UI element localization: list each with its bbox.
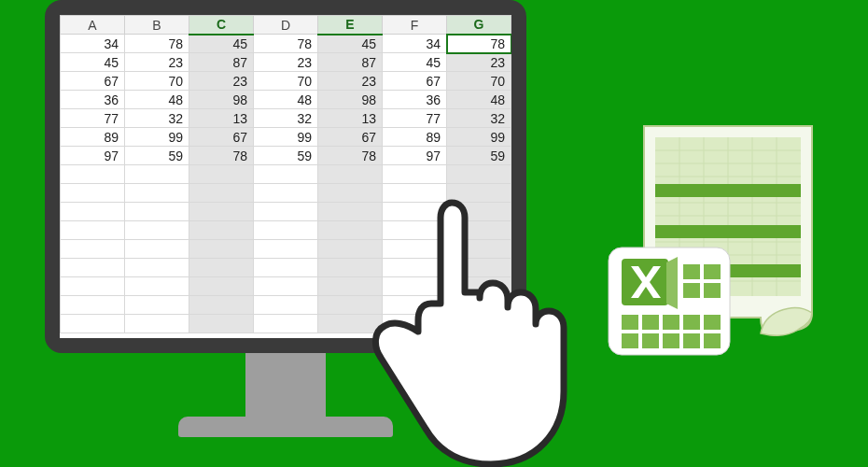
cell-c-13[interactable] bbox=[189, 259, 254, 277]
cell-f-16[interactable] bbox=[383, 315, 447, 333]
cell-f-5[interactable]: 77 bbox=[383, 109, 447, 128]
cell-a-4[interactable]: 36 bbox=[61, 91, 125, 109]
cell-f-7[interactable]: 97 bbox=[383, 147, 447, 165]
cell-c-14[interactable] bbox=[189, 277, 254, 296]
cell-d-12[interactable] bbox=[254, 240, 318, 259]
cell-d-15[interactable] bbox=[254, 296, 318, 315]
cell-c-11[interactable] bbox=[189, 221, 254, 240]
table-row[interactable]: 45238723874523 bbox=[61, 53, 511, 72]
cell-d-6[interactable]: 99 bbox=[254, 128, 318, 147]
cell-b-2[interactable]: 23 bbox=[125, 53, 189, 72]
cell-g-12[interactable] bbox=[447, 240, 511, 259]
cell-g-3[interactable]: 70 bbox=[447, 72, 511, 91]
cell-b-12[interactable] bbox=[125, 240, 189, 259]
cell-f-11[interactable] bbox=[383, 221, 447, 240]
cell-g-4[interactable]: 48 bbox=[447, 91, 511, 109]
cell-c-16[interactable] bbox=[189, 315, 254, 333]
cell-g-14[interactable] bbox=[447, 277, 511, 296]
cell-g-16[interactable] bbox=[447, 315, 511, 333]
cell-e-7[interactable]: 78 bbox=[318, 147, 383, 165]
cell-c-10[interactable] bbox=[189, 203, 254, 221]
cell-c-12[interactable] bbox=[189, 240, 254, 259]
cell-g-9[interactable] bbox=[447, 184, 511, 203]
cell-e-5[interactable]: 13 bbox=[318, 109, 383, 128]
cell-g-8[interactable] bbox=[447, 165, 511, 184]
cell-a-3[interactable]: 67 bbox=[61, 72, 125, 91]
column-header-row[interactable]: ABCDEFG bbox=[61, 16, 511, 35]
cell-e-14[interactable] bbox=[318, 277, 383, 296]
cell-a-11[interactable] bbox=[61, 221, 125, 240]
cell-b-5[interactable]: 32 bbox=[125, 109, 189, 128]
cell-g-6[interactable]: 99 bbox=[447, 128, 511, 147]
table-row[interactable] bbox=[61, 240, 511, 259]
cell-f-12[interactable] bbox=[383, 240, 447, 259]
cell-a-9[interactable] bbox=[61, 184, 125, 203]
table-row[interactable] bbox=[61, 259, 511, 277]
table-row[interactable]: 97597859789759 bbox=[61, 147, 511, 165]
cell-f-6[interactable]: 89 bbox=[383, 128, 447, 147]
cell-c-7[interactable]: 78 bbox=[189, 147, 254, 165]
cell-c-9[interactable] bbox=[189, 184, 254, 203]
cell-g-11[interactable] bbox=[447, 221, 511, 240]
cell-a-15[interactable] bbox=[61, 296, 125, 315]
cell-g-15[interactable] bbox=[447, 296, 511, 315]
column-header-g[interactable]: G bbox=[447, 16, 511, 35]
cell-f-1[interactable]: 34 bbox=[383, 35, 447, 53]
cell-c-5[interactable]: 13 bbox=[189, 109, 254, 128]
cell-e-16[interactable] bbox=[318, 315, 383, 333]
cell-d-14[interactable] bbox=[254, 277, 318, 296]
cell-a-12[interactable] bbox=[61, 240, 125, 259]
cell-f-15[interactable] bbox=[383, 296, 447, 315]
cell-f-14[interactable] bbox=[383, 277, 447, 296]
cell-d-2[interactable]: 23 bbox=[254, 53, 318, 72]
cell-b-14[interactable] bbox=[125, 277, 189, 296]
cell-b-6[interactable]: 99 bbox=[125, 128, 189, 147]
cell-f-10[interactable] bbox=[383, 203, 447, 221]
cell-b-15[interactable] bbox=[125, 296, 189, 315]
cell-d-11[interactable] bbox=[254, 221, 318, 240]
cell-a-8[interactable] bbox=[61, 165, 125, 184]
cell-e-3[interactable]: 23 bbox=[318, 72, 383, 91]
cell-b-7[interactable]: 59 bbox=[125, 147, 189, 165]
table-row[interactable] bbox=[61, 203, 511, 221]
cell-a-6[interactable]: 89 bbox=[61, 128, 125, 147]
cell-f-13[interactable] bbox=[383, 259, 447, 277]
cell-e-6[interactable]: 67 bbox=[318, 128, 383, 147]
table-row[interactable] bbox=[61, 221, 511, 240]
cell-e-2[interactable]: 87 bbox=[318, 53, 383, 72]
table-row[interactable] bbox=[61, 165, 511, 184]
cell-e-9[interactable] bbox=[318, 184, 383, 203]
cell-e-4[interactable]: 98 bbox=[318, 91, 383, 109]
cell-b-11[interactable] bbox=[125, 221, 189, 240]
cell-f-8[interactable] bbox=[383, 165, 447, 184]
cell-a-1[interactable]: 34 bbox=[61, 35, 125, 53]
cell-d-16[interactable] bbox=[254, 315, 318, 333]
cell-c-15[interactable] bbox=[189, 296, 254, 315]
cell-f-3[interactable]: 67 bbox=[383, 72, 447, 91]
column-header-e[interactable]: E bbox=[318, 16, 383, 35]
cell-d-4[interactable]: 48 bbox=[254, 91, 318, 109]
cell-e-12[interactable] bbox=[318, 240, 383, 259]
column-header-a[interactable]: A bbox=[61, 16, 125, 35]
column-header-d[interactable]: D bbox=[254, 16, 318, 35]
cell-c-1[interactable]: 45 bbox=[189, 35, 254, 53]
table-row[interactable]: 67702370236770 bbox=[61, 72, 511, 91]
table-row[interactable] bbox=[61, 296, 511, 315]
cell-c-6[interactable]: 67 bbox=[189, 128, 254, 147]
column-header-b[interactable]: B bbox=[125, 16, 189, 35]
cell-a-16[interactable] bbox=[61, 315, 125, 333]
table-row[interactable]: 89996799678999 bbox=[61, 128, 511, 147]
cell-b-8[interactable] bbox=[125, 165, 189, 184]
cell-a-14[interactable] bbox=[61, 277, 125, 296]
column-header-c[interactable]: C bbox=[189, 16, 254, 35]
cell-d-9[interactable] bbox=[254, 184, 318, 203]
cell-e-8[interactable] bbox=[318, 165, 383, 184]
cell-c-3[interactable]: 23 bbox=[189, 72, 254, 91]
cell-d-8[interactable] bbox=[254, 165, 318, 184]
cell-e-1[interactable]: 45 bbox=[318, 35, 383, 53]
cell-c-8[interactable] bbox=[189, 165, 254, 184]
cell-a-2[interactable]: 45 bbox=[61, 53, 125, 72]
cell-b-9[interactable] bbox=[125, 184, 189, 203]
table-row[interactable] bbox=[61, 315, 511, 333]
cell-f-2[interactable]: 45 bbox=[383, 53, 447, 72]
